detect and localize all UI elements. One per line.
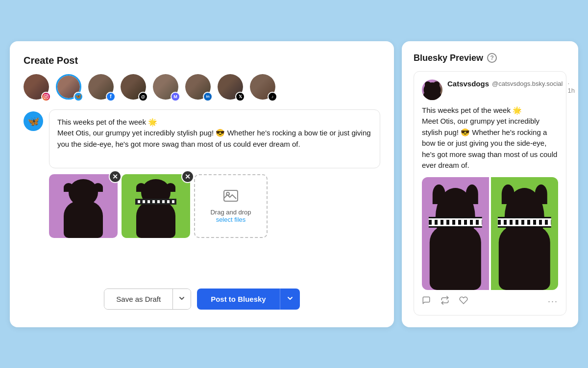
preview-avatar	[422, 79, 442, 100]
upload-drop-zone[interactable]: Drag and drop select files	[194, 174, 268, 238]
preview-post: Catsvsdogs @catsvsdogs.bsky.social · 1h …	[414, 71, 566, 315]
image-thumb-1: ✕	[49, 174, 118, 238]
preview-user-info: Catsvsdogs @catsvsdogs.bsky.social	[447, 79, 563, 88]
svg-point-1	[45, 96, 47, 97]
svg-point-2	[47, 95, 48, 96]
preview-title: Bluesky Preview	[414, 53, 483, 63]
butterfly-icon: 🦋	[27, 115, 40, 127]
create-post-panel: Create Post 🦋	[10, 41, 394, 327]
preview-header: Catsvsdogs @catsvsdogs.bsky.social · 1h	[422, 79, 558, 100]
save-draft-button[interactable]: Save as Draft	[104, 289, 172, 309]
panel-title: Create Post	[24, 55, 380, 66]
account-x[interactable]: 𝕏	[218, 74, 245, 102]
account-tiktok[interactable]: ♪	[250, 74, 277, 102]
instagram-badge	[41, 92, 51, 102]
bottom-buttons: Save as Draft Post to Bluesky	[24, 281, 380, 314]
post-bluesky-group: Post to Bluesky	[197, 289, 300, 310]
threads-badge: @	[138, 92, 148, 102]
linkedin-badge: in	[203, 92, 213, 102]
compose-area: 🦋 This weeks pet of the week 🌟 Meet Otis…	[24, 109, 380, 273]
save-draft-group: Save as Draft	[104, 289, 191, 310]
more-actions-icon[interactable]: ···	[548, 296, 558, 307]
accounts-row: 🦋 f @ M	[24, 74, 380, 102]
repost-icon[interactable]	[441, 296, 449, 307]
preview-display-name: Catsvsdogs	[447, 79, 489, 88]
preview-handle: @catsvsdogs.bsky.social	[492, 80, 563, 87]
preview-actions: ···	[422, 296, 558, 307]
upload-icon	[223, 188, 239, 206]
svg-rect-0	[44, 94, 48, 98]
account-facebook[interactable]: f	[88, 74, 116, 102]
mastodon-badge: M	[171, 92, 180, 102]
save-draft-chevron[interactable]	[172, 289, 191, 309]
facebook-badge: f	[106, 92, 116, 102]
remove-image-1[interactable]: ✕	[109, 170, 122, 183]
upload-text: Drag and drop select files	[210, 209, 251, 223]
post-bluesky-button[interactable]: Post to Bluesky	[197, 289, 280, 310]
bluesky-compose-icon: 🦋	[24, 111, 43, 131]
preview-time: · 1h	[568, 79, 575, 94]
account-linkedin[interactable]: in	[185, 74, 213, 102]
bluesky-badge: 🦋	[74, 92, 83, 102]
images-row: ✕	[49, 174, 380, 238]
post-textarea[interactable]: This weeks pet of the week 🌟 Meet Otis, …	[49, 109, 380, 168]
tiktok-badge: ♪	[268, 92, 277, 102]
account-bluesky[interactable]: 🦋	[56, 74, 83, 102]
preview-panel: Bluesky Preview ?	[402, 41, 578, 327]
reply-icon[interactable]	[422, 296, 431, 307]
account-mastodon[interactable]: M	[153, 74, 180, 102]
preview-text: This weeks pet of the week 🌟 Meet Otis, …	[422, 105, 558, 171]
preview-img-purple	[422, 177, 489, 290]
account-threads[interactable]: @	[121, 74, 148, 102]
post-bluesky-chevron[interactable]	[280, 289, 300, 310]
preview-images	[422, 177, 558, 290]
upload-link[interactable]: select files	[216, 216, 246, 223]
remove-image-2[interactable]: ✕	[181, 170, 194, 183]
compose-inner: This weeks pet of the week 🌟 Meet Otis, …	[49, 109, 380, 273]
x-badge: 𝕏	[235, 92, 245, 102]
preview-img-green	[491, 177, 558, 290]
image-thumb-2: ✕	[122, 174, 190, 238]
account-instagram[interactable]	[24, 74, 51, 102]
help-icon[interactable]: ?	[487, 53, 497, 63]
preview-title-row: Bluesky Preview ?	[414, 53, 566, 63]
like-icon[interactable]	[459, 296, 468, 307]
